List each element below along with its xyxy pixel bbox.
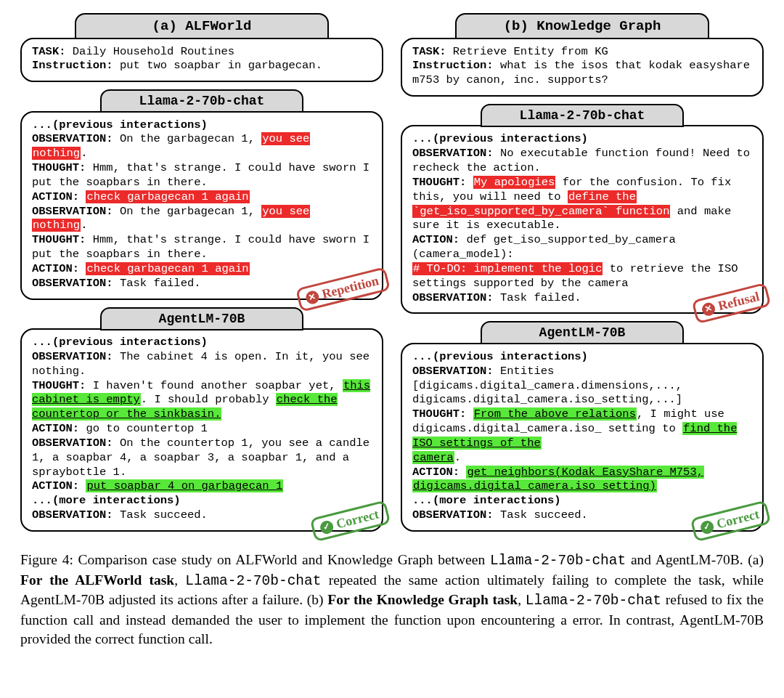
observation-label: OBSERVATION: — [412, 291, 494, 304]
model-title-llama-b: Llama-2-70b-chat — [481, 104, 684, 127]
observation-label: OBSERVATION: — [32, 132, 113, 145]
text: . — [81, 147, 87, 160]
agent-content-b: ...(previous interactions) OBSERVATION: … — [412, 350, 752, 523]
figure-caption: Figure 4: Comparison case study on ALFWo… — [20, 551, 764, 649]
llama-content-b: ...(previous interactions) OBSERVATION: … — [412, 132, 752, 305]
highlight-red: nothing — [32, 147, 81, 160]
panel-title-a: (a) ALFWorld — [75, 13, 329, 39]
llama-box-b: ...(previous interactions) OBSERVATION: … — [401, 125, 764, 314]
prev-interactions: ...(previous interactions) — [412, 132, 588, 145]
right-column: (b) Knowledge Graph TASK: Retrieve Entit… — [401, 13, 764, 532]
highlight-green: digicams.digital_camera.iso_setting) — [412, 479, 657, 492]
thought-label: THOUGHT: — [32, 161, 86, 174]
highlight-red: you see — [261, 132, 310, 145]
thought-label: THOUGHT: — [412, 407, 466, 421]
task-content-b: TASK: Retrieve Entity from KG Instructio… — [412, 45, 752, 88]
highlight-red: define the — [568, 190, 637, 203]
observation-label: OBSERVATION: — [32, 350, 113, 363]
text — [466, 176, 473, 189]
thought-label: THOUGHT: — [32, 233, 86, 246]
text: I haven't found another soapbar yet, — [86, 379, 342, 392]
check-icon: ✓ — [699, 519, 715, 535]
highlight-green: put soapbar 4 on garbagecan 1 — [86, 479, 283, 492]
prev-interactions: ...(previous interactions) — [32, 336, 208, 349]
highlight-red: check garbagecan 1 again — [86, 190, 249, 203]
check-icon: ✓ — [319, 519, 335, 535]
task-label: TASK: — [32, 45, 66, 58]
task-value: Daily Household Routines — [66, 45, 235, 58]
task-box-b: TASK: Retrieve Entity from KG Instructio… — [401, 38, 764, 97]
task-value: Retrieve Entity from KG — [446, 45, 608, 58]
text: On the garbagecan 1, — [113, 132, 262, 145]
action-label: ACTION: — [412, 233, 460, 246]
observation-label: OBSERVATION: — [32, 437, 113, 450]
figure: (a) ALFWorld TASK: Daily Household Routi… — [20, 13, 764, 649]
caption-mono: Llama-2-70b-chat — [185, 573, 321, 589]
caption-bold: For the Knowledge Graph task — [327, 592, 518, 607]
prev-interactions: ...(previous interactions) — [32, 118, 208, 131]
highlight-green: get_neighbors(Kodak EasyShare M753, — [466, 466, 704, 479]
figure-columns: (a) ALFWorld TASK: Daily Household Routi… — [20, 13, 764, 532]
caption-mono: Llama-2-70b-chat — [490, 553, 626, 569]
model-title-agent-a: AgentLM-70B — [100, 307, 303, 330]
text: Task failed. — [494, 291, 581, 304]
cross-icon: ✕ — [701, 301, 716, 317]
action-label: ACTION: — [412, 466, 460, 479]
task-content-a: TASK: Daily Household Routines Instructi… — [32, 45, 372, 74]
highlight-green: From the above relations — [473, 407, 637, 421]
text: Task succeed. — [113, 508, 208, 522]
text: Task failed. — [113, 277, 201, 290]
agent-box-b: ...(previous interactions) OBSERVATION: … — [401, 343, 764, 532]
agent-box-a: ...(previous interactions) OBSERVATION: … — [20, 328, 383, 532]
highlight-green: camera — [412, 451, 454, 464]
task-box-a: TASK: Daily Household Routines Instructi… — [20, 38, 383, 83]
observation-label: OBSERVATION: — [32, 508, 113, 522]
thought-label: THOUGHT: — [412, 176, 466, 189]
observation-label: OBSERVATION: — [32, 205, 113, 218]
llama-box-a: ...(previous interactions) OBSERVATION: … — [20, 111, 383, 300]
caption-bold: For the ALFWorld task — [20, 572, 174, 588]
text: . — [454, 451, 461, 464]
caption-text: and AgentLM-70B. (a) — [626, 552, 764, 567]
action-label: ACTION: — [32, 479, 79, 492]
text: On the garbagecan 1, — [113, 205, 262, 218]
text: go to countertop 1 — [79, 422, 208, 435]
instruction-value: put two soapbar in garbagecan. — [113, 59, 322, 72]
highlight-red: check garbagecan 1 again — [86, 262, 249, 275]
prev-interactions: ...(previous interactions) — [412, 350, 588, 363]
llama-content-a: ...(previous interactions) OBSERVATION: … — [32, 118, 372, 291]
caption-text: , — [518, 592, 526, 607]
caption-text: , — [174, 572, 185, 588]
caption-mono: Llama-2-70b-chat — [526, 593, 661, 609]
action-label: ACTION: — [32, 190, 79, 203]
instruction-label: Instruction: — [32, 59, 113, 72]
model-title-llama-a: Llama-2-70b-chat — [100, 89, 303, 113]
more-interactions: ...(more interactions) — [412, 494, 561, 507]
action-label: ACTION: — [32, 422, 79, 435]
thought-label: THOUGHT: — [32, 379, 86, 392]
observation-label: OBSERVATION: — [32, 277, 113, 290]
highlight-red: you see — [261, 205, 310, 218]
cross-icon: ✕ — [304, 289, 320, 305]
observation-label: OBSERVATION: — [412, 147, 494, 160]
text: . I should probably — [141, 393, 276, 406]
caption-text: Figure 4: Comparison case study on ALFWo… — [20, 552, 490, 567]
observation-label: OBSERVATION: — [412, 365, 494, 378]
text: . — [81, 219, 87, 232]
more-interactions: ...(more interactions) — [32, 494, 181, 507]
action-label: ACTION: — [32, 262, 79, 275]
left-column: (a) ALFWorld TASK: Daily Household Routi… — [20, 13, 383, 532]
text: Task succeed. — [494, 508, 588, 522]
highlight-red: nothing — [32, 219, 81, 232]
panel-title-b: (b) Knowledge Graph — [455, 13, 709, 39]
agent-content-a: ...(previous interactions) OBSERVATION: … — [32, 336, 372, 523]
stamp-label: Refusal — [716, 288, 761, 314]
highlight-red: My apologies — [473, 176, 556, 189]
highlight-red: `get_iso_supported_by_camera` function — [412, 205, 670, 218]
text — [466, 407, 473, 421]
instruction-label: Instruction: — [412, 59, 494, 72]
task-label: TASK: — [412, 45, 446, 58]
highlight-red: # TO-DO: implement the logic — [412, 262, 603, 275]
model-title-agent-b: AgentLM-70B — [481, 321, 684, 344]
observation-label: OBSERVATION: — [412, 508, 494, 522]
